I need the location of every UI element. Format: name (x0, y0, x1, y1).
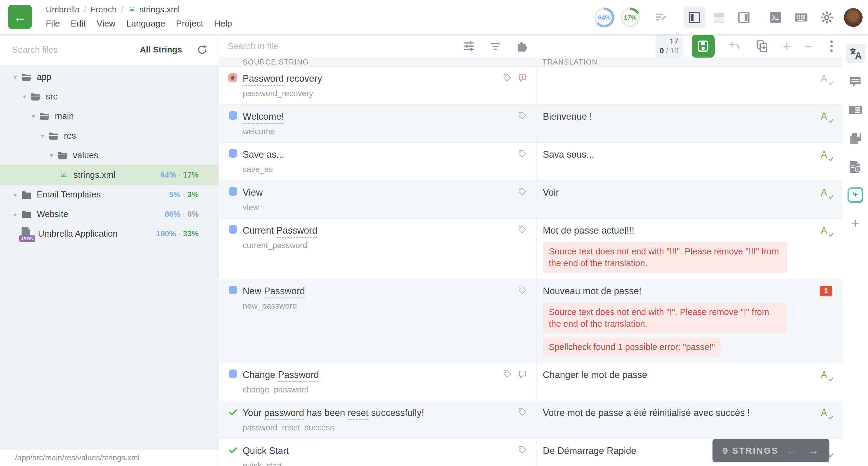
tree-folder-values[interactable]: ▾ values (0, 146, 219, 165)
status-translated-icon (229, 286, 237, 294)
menu-project[interactable]: Project (176, 19, 203, 29)
approve-icon[interactable]: A (821, 407, 831, 420)
strings-toolbar: 17 0 / 10 + − (219, 35, 842, 58)
breadcrumb-language[interactable]: French (90, 5, 117, 14)
tree-file-strings-xml[interactable]: strings.xml 64%·17% (0, 165, 219, 185)
string-row-password-recovery[interactable]: Password recovery password_recovery A (219, 67, 842, 104)
draft-notes-icon[interactable] (654, 10, 669, 25)
refresh-icon[interactable] (196, 44, 208, 56)
tag-icon[interactable] (518, 149, 527, 174)
approve-icon[interactable]: A (821, 149, 831, 162)
add-panel-button[interactable]: + (846, 214, 865, 233)
back-button[interactable]: ← (8, 5, 32, 29)
approve-icon[interactable]: A (821, 111, 831, 124)
tree-folder-res[interactable]: ▾ res (0, 126, 219, 146)
search-in-file-input[interactable] (227, 41, 336, 51)
tag-icon[interactable] (518, 187, 527, 212)
tag-icon[interactable] (518, 407, 527, 433)
folder-open-icon (30, 92, 41, 101)
tag-icon[interactable] (503, 370, 512, 395)
string-row-password-reset-success[interactable]: Your password has been reset successfull… (219, 401, 842, 439)
tree-file-umbrella-application[interactable]: JSON Umbrella Application 100%·33% (0, 224, 219, 244)
comment-icon (848, 75, 862, 89)
tree-folder-email-templates[interactable]: ▸ Email Templates 5%·3% (0, 185, 219, 205)
translation-memory-panel-button[interactable] (846, 100, 865, 120)
strings-filter-dropdown[interactable]: All Strings (140, 45, 182, 55)
tag-icon[interactable] (518, 286, 527, 356)
caret-down-icon[interactable]: ▾ (30, 113, 37, 120)
approve-icon[interactable]: A (821, 370, 831, 382)
menu-edit[interactable]: Edit (71, 19, 86, 29)
file-progress-stats: 5%·3% (169, 190, 198, 199)
next-page-arrow-icon[interactable]: → (808, 444, 819, 457)
breadcrumb-project[interactable]: Umbrella (46, 5, 80, 14)
glossary-panel-button[interactable] (846, 129, 865, 148)
copy-translation-icon[interactable] (755, 39, 769, 53)
menu-help[interactable]: Help (214, 19, 232, 29)
menu-file[interactable]: File (46, 19, 60, 29)
tree-folder-src[interactable]: ▾ src (0, 87, 219, 106)
caret-down-icon[interactable]: ▾ (38, 132, 46, 139)
console-icon[interactable] (769, 10, 782, 24)
filter-icon[interactable] (489, 40, 502, 53)
tag-icon[interactable] (518, 111, 527, 136)
qa-error-message: Source text does not end with "!!!". Ple… (543, 242, 787, 273)
string-row-welcome[interactable]: Welcome! welcome Bienvenue ! A (219, 104, 842, 143)
comment-issue-icon[interactable] (518, 73, 527, 98)
view-side-by-side-button[interactable] (684, 7, 705, 28)
menu-view[interactable]: View (97, 19, 116, 29)
right-toolbar: + (842, 35, 868, 466)
user-avatar[interactable] (844, 8, 863, 27)
context-info-panel-button[interactable] (846, 157, 865, 176)
current-file-path: /app/src/main/res/values/strings.xml (0, 449, 219, 466)
undo-icon[interactable] (728, 39, 742, 53)
view-split-horizontal-button[interactable] (708, 7, 730, 28)
caret-down-icon[interactable]: ▾ (11, 73, 19, 81)
zoom-in-icon[interactable]: + (783, 38, 791, 54)
view-mode-group (681, 7, 755, 28)
comments-panel-button[interactable] (846, 72, 865, 91)
more-options-kebab-icon[interactable] (829, 39, 835, 54)
approve-icon[interactable]: A (821, 187, 831, 200)
string-key: save_as (243, 165, 500, 174)
zoom-out-icon[interactable]: − (805, 38, 813, 54)
string-row-save-as[interactable]: Save as... save_as Sava sous... A (219, 143, 842, 181)
comment-icon[interactable] (518, 370, 527, 395)
string-row-new-password[interactable]: New Password new_password Nouveau mot de… (219, 279, 842, 363)
filter-settings-icon[interactable] (463, 40, 475, 53)
settings-gear-icon[interactable] (820, 10, 834, 24)
menu-language[interactable]: Language (126, 19, 165, 29)
android-file-icon (127, 5, 136, 14)
caret-right-icon[interactable]: ▸ (11, 191, 19, 198)
caret-down-icon[interactable]: ▾ (21, 93, 28, 100)
file-sidebar: All Strings ▾ app ▾ src ▾ main ▾ (0, 35, 219, 466)
keyboard-shortcuts-icon[interactable] (794, 10, 808, 25)
tag-icon[interactable] (518, 445, 527, 466)
tree-folder-website[interactable]: ▸ Website 86%·0% (0, 205, 219, 224)
issues-count-badge[interactable]: 1 (820, 286, 832, 296)
tag-icon[interactable] (518, 225, 527, 273)
string-row-current-password[interactable]: Current Password current_password Mot de… (219, 219, 842, 279)
approve-icon[interactable]: A (821, 225, 831, 238)
status-translated-icon (229, 187, 237, 196)
ai-assistant-panel-button[interactable] (846, 185, 865, 205)
view-right-panel-button[interactable] (733, 7, 755, 28)
caret-down-icon[interactable]: ▾ (48, 152, 56, 159)
tree-folder-app[interactable]: ▾ app (0, 67, 219, 87)
tag-icon[interactable] (503, 73, 512, 98)
search-files-input[interactable] (12, 45, 140, 55)
approve-icon[interactable]: A (821, 73, 831, 86)
file-tree: ▾ app ▾ src ▾ main ▾ res ▾ (0, 65, 219, 449)
string-row-view[interactable]: View view Voir A (219, 181, 842, 219)
save-button[interactable] (692, 35, 715, 58)
previous-page-arrow-icon[interactable]: ← (786, 444, 798, 457)
tree-folder-main[interactable]: ▾ main (0, 106, 219, 126)
status-translated-icon (229, 111, 237, 120)
caret-right-icon[interactable]: ▸ (11, 211, 19, 218)
plugins-puzzle-icon[interactable] (516, 39, 529, 53)
spellcheck-error-message: Spellcheck found 1 possible error: "pass… (543, 338, 721, 356)
translations-panel-button[interactable] (846, 44, 865, 63)
string-row-change-password[interactable]: Change Password change_password Changer … (219, 363, 842, 401)
breadcrumb: Umbrella / French / strings.xml (46, 4, 232, 16)
breadcrumb-file[interactable]: strings.xml (127, 5, 180, 14)
